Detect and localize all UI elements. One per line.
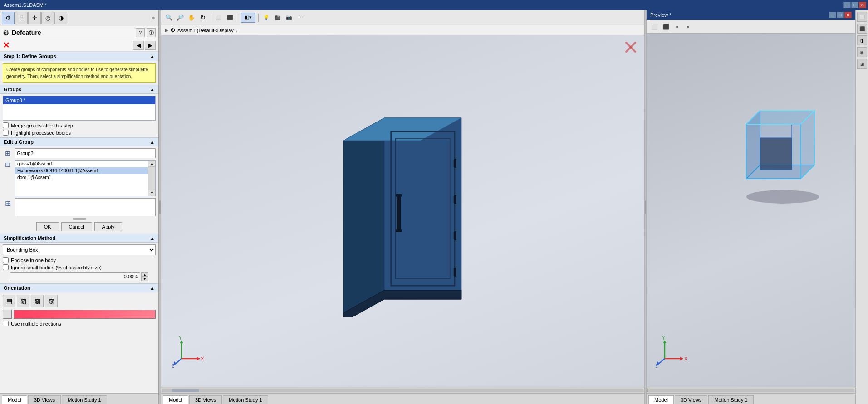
view-tab-btn[interactable]: ◎ [41, 12, 54, 24]
pct-up-btn[interactable]: ▲ [141, 272, 148, 277]
merge-groups-checkbox[interactable] [3, 122, 9, 128]
close-btn[interactable]: ✕ [859, 2, 866, 8]
component-list[interactable]: ▲ ▼ glass-1@Assem1 Fixtureworks-06914-14… [15, 160, 156, 196]
use-multiple-directions-row[interactable]: Use multiple directions [3, 321, 156, 326]
splitter-handle [159, 200, 161, 214]
cancel-button[interactable]: Cancel [61, 222, 92, 231]
viewport-close-btn[interactable] [623, 40, 638, 54]
shaded-btn[interactable]: ⬛ [225, 13, 235, 23]
tab-model-center[interactable]: Model [163, 395, 188, 404]
preview-title: Preview * [650, 12, 671, 18]
restore-btn[interactable]: □ [851, 2, 858, 8]
display-tab-btn[interactable]: ◑ [54, 12, 67, 24]
tab-motionstudy-left[interactable]: Motion Study 1 [62, 395, 107, 404]
component-item-fixtureworks[interactable]: Fixtureworks-06914-140081-1@Assem1 [15, 167, 148, 174]
sidebar-btn3[interactable]: ◑ [857, 35, 867, 45]
step1-header[interactable]: Step 1: Define Groups ▲ [0, 52, 158, 61]
cabinet-3d-container [329, 104, 470, 318]
ignore-small-bodies-label: Ignore small bodies (% of assembly size) [11, 265, 102, 270]
component-item-door[interactable]: door-1@Assem1 [15, 174, 148, 181]
groups-header[interactable]: Groups ▲ [0, 85, 158, 94]
merge-groups-row[interactable]: Merge groups after this step [3, 122, 156, 128]
more-btn[interactable]: ⋯ [295, 13, 305, 23]
close-defeature-btn[interactable]: ✕ [3, 40, 10, 50]
color-swatch-btn[interactable] [3, 310, 12, 319]
simplification-header[interactable]: Simplification Method ▲ [0, 234, 158, 243]
orient-top-btn[interactable]: ▧ [17, 295, 29, 307]
sidebar-btn2[interactable]: ⬛ [857, 24, 867, 34]
sidebar-btn5[interactable]: ⊞ [857, 59, 867, 69]
camera-btn[interactable]: 📷 [284, 13, 294, 23]
minimize-btn[interactable]: ─ [843, 2, 851, 8]
tab-model-right[interactable]: Model [648, 395, 674, 404]
tab-model-left[interactable]: Model [2, 395, 27, 404]
ignore-small-bodies-checkbox[interactable] [3, 264, 9, 270]
highlight-bodies-checkbox[interactable] [3, 130, 9, 136]
forward-arrow-btn[interactable]: ▶ [145, 41, 156, 50]
scroll-down-btn[interactable]: ▼ [148, 190, 156, 196]
features-tab-btn[interactable]: ⚙ [2, 12, 15, 24]
simplification-collapse-icon: ▲ [150, 235, 155, 241]
color-bar-btn[interactable] [14, 310, 156, 319]
config-tab-btn[interactable]: ✛ [28, 12, 41, 24]
breadcrumb-arrow: ▶ [165, 28, 168, 33]
percentage-spinners[interactable]: ▲ ▼ [141, 272, 148, 281]
zoom-btn[interactable]: 🔎 [175, 13, 185, 23]
tab-motionstudy-center[interactable]: Motion Study 1 [223, 395, 268, 404]
wireframe-btn[interactable]: ⬜ [214, 13, 224, 23]
tree-tab-btn[interactable]: ☰ [15, 12, 28, 24]
apply-button[interactable]: Apply [94, 222, 123, 231]
enclose-one-body-checkbox[interactable] [3, 257, 9, 263]
orient-iso-btn[interactable]: ▨ [45, 295, 58, 307]
add-component-input-area[interactable] [15, 198, 156, 216]
orient-right-btn[interactable]: ▩ [31, 295, 44, 307]
sidebar-btn4[interactable]: ◎ [857, 47, 867, 57]
scroll-up-btn[interactable]: ▲ [148, 161, 156, 167]
preview-tb-btn3[interactable]: ▪ [672, 22, 682, 32]
preview-restore-btn[interactable]: □ [837, 12, 844, 18]
display-mode-btn[interactable]: ◧▾ [241, 13, 255, 23]
preview-canvas[interactable]: X Y Z [647, 34, 855, 387]
simplification-dropdown-row[interactable]: Bounding Box Silhouette Convex Hull [3, 244, 156, 255]
tab-3dviews-left[interactable]: 3D Views [28, 395, 61, 404]
orient-front-btn[interactable]: ▤ [3, 295, 15, 307]
preview-tb-btn2[interactable]: ⬛ [661, 22, 671, 32]
preview-tb-btn4[interactable]: ▫ [683, 22, 693, 32]
defeature-info-btn[interactable]: ⓘ [147, 28, 156, 37]
enclose-one-body-row[interactable]: Enclose in one body [3, 257, 156, 263]
search-btn[interactable]: 🔍 [164, 13, 174, 23]
tab-3dviews-right[interactable]: 3D Views [675, 395, 707, 404]
ok-button[interactable]: OK [36, 222, 59, 231]
component-item-glass[interactable]: glass-1@Assem1 [15, 161, 148, 167]
scene-btn[interactable]: 🎬 [273, 13, 283, 23]
sidebar-btn1[interactable]: ⬜ [857, 12, 867, 22]
rotate-btn[interactable]: ↻ [198, 13, 208, 23]
edit-group-header[interactable]: Edit a Group ▲ [0, 137, 158, 146]
simplification-method-select[interactable]: Bounding Box Silhouette Convex Hull [3, 244, 156, 255]
group-item-group3[interactable]: Group3 * [3, 96, 155, 104]
percentage-input[interactable] [10, 272, 140, 281]
preview-minimize-btn[interactable]: ─ [829, 12, 836, 18]
pan-btn[interactable]: ✋ [186, 13, 196, 23]
main-viewport[interactable]: X Y Z [161, 35, 644, 387]
preview-tb-btn1[interactable]: ⬜ [649, 22, 659, 32]
preview-scrollbar-h[interactable] [647, 387, 855, 393]
defeature-help-btn[interactable]: ? [136, 28, 145, 37]
orientation-header[interactable]: Orientation ▲ [0, 283, 158, 292]
vp-sep3 [258, 14, 259, 22]
main-scrollbar-h[interactable] [161, 387, 644, 393]
panel-splitter[interactable] [0, 218, 158, 220]
group-list[interactable]: Group3 * [3, 96, 156, 121]
lights-btn[interactable]: 💡 [261, 13, 271, 23]
h-scrollbar-thumb[interactable] [172, 389, 199, 392]
back-arrow-btn[interactable]: ◀ [133, 41, 144, 50]
group-name-input[interactable] [15, 148, 156, 158]
ignore-small-bodies-row[interactable]: Ignore small bodies (% of assembly size) [3, 264, 156, 270]
pct-down-btn[interactable]: ▼ [141, 277, 148, 281]
tab-motionstudy-right[interactable]: Motion Study 1 [708, 395, 753, 404]
tab-3dviews-center[interactable]: 3D Views [189, 395, 222, 404]
component-list-scrollbar[interactable]: ▲ ▼ [148, 161, 155, 196]
preview-close-btn[interactable]: ✕ [844, 12, 852, 18]
use-multiple-directions-checkbox[interactable] [3, 321, 9, 326]
highlight-bodies-row[interactable]: Highlight processed bodies [3, 130, 156, 136]
